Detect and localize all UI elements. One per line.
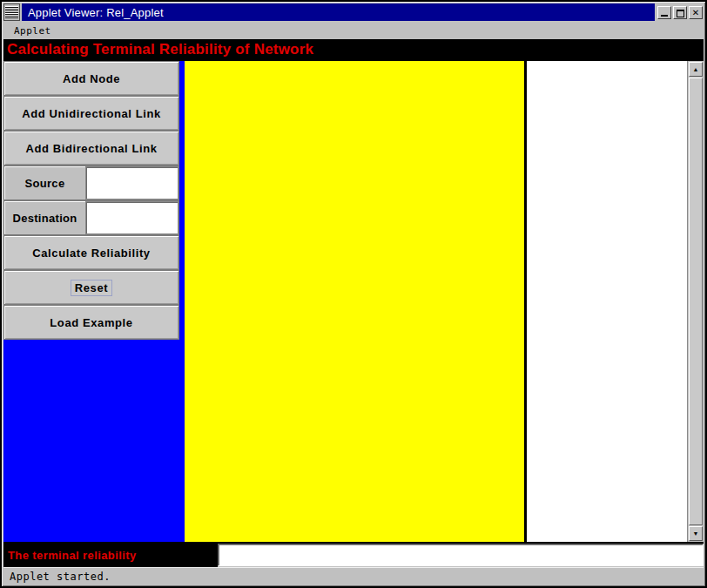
close-button[interactable]: ✕	[689, 6, 703, 19]
add-unidirectional-link-button[interactable]: Add Unidirectional Link	[3, 96, 179, 131]
vertical-scrollbar[interactable]: ▲ ▼	[687, 61, 704, 542]
add-node-button[interactable]: Add Node	[3, 61, 179, 96]
destination-label: Destination	[4, 201, 85, 234]
status-text: Applet started.	[10, 571, 111, 583]
minimize-icon	[661, 15, 668, 17]
minimize-button[interactable]	[657, 6, 671, 19]
maximize-button[interactable]	[673, 6, 687, 19]
applet-viewer-window: Applet Viewer: Rel_Applet ✕ Applet Calcu…	[0, 0, 707, 588]
system-menu-icon[interactable]	[3, 3, 20, 21]
reset-button[interactable]: Reset	[3, 270, 179, 305]
app-header-title: Calculating Terminal Reliability of Netw…	[7, 41, 313, 58]
down-arrow-icon: ▼	[693, 531, 699, 537]
calculate-reliability-button[interactable]: Calculate Reliability	[3, 235, 179, 270]
title-bar[interactable]: Applet Viewer: Rel_Applet ✕	[3, 3, 704, 21]
destination-input[interactable]	[85, 201, 178, 234]
scroll-down-button[interactable]: ▼	[689, 526, 703, 541]
up-arrow-icon: ▲	[693, 66, 699, 72]
source-row: Source	[3, 166, 179, 200]
add-bidirectional-link-button[interactable]: Add Bidirectional Link	[3, 131, 179, 166]
scrollbar-thumb[interactable]	[689, 78, 703, 525]
result-row: The terminal reliability	[3, 544, 704, 567]
title-bar-caption: Applet Viewer: Rel_Applet	[22, 3, 655, 21]
result-label: The terminal reliability	[8, 549, 137, 562]
menu-bar: Applet	[3, 22, 704, 39]
network-canvas[interactable]	[185, 61, 527, 542]
result-label-box: The terminal reliability	[3, 544, 218, 567]
destination-row: Destination	[3, 200, 179, 235]
close-icon: ✕	[692, 7, 699, 18]
load-example-button[interactable]: Load Example	[3, 305, 179, 340]
control-panel-buttons: Add Node Add Unidirectional Link Add Bid…	[3, 61, 179, 340]
control-panel: Add Node Add Unidirectional Link Add Bid…	[3, 61, 185, 542]
menu-item-applet[interactable]: Applet	[14, 25, 51, 37]
source-input[interactable]	[85, 166, 178, 199]
reset-button-label: Reset	[71, 280, 112, 296]
scroll-up-button[interactable]: ▲	[689, 62, 703, 77]
panel-background	[3, 340, 185, 542]
window-controls: ✕	[655, 3, 704, 21]
window-title: Applet Viewer: Rel_Applet	[28, 6, 164, 19]
output-textarea[interactable]: ▲ ▼	[527, 61, 704, 542]
result-field[interactable]	[218, 544, 704, 566]
status-bar: Applet started.	[3, 567, 704, 585]
app-header: Calculating Terminal Reliability of Netw…	[3, 39, 704, 59]
maximize-icon	[677, 10, 684, 17]
source-label: Source	[4, 166, 85, 199]
main-content: Add Node Add Unidirectional Link Add Bid…	[3, 59, 704, 544]
